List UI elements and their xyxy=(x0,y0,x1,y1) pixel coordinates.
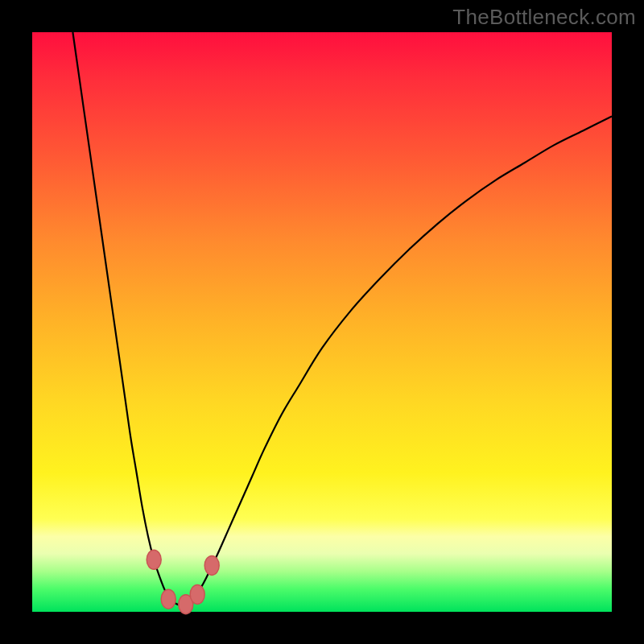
chart-frame: TheBottleneck.com xyxy=(0,0,644,644)
data-marker xyxy=(190,584,204,604)
data-marker xyxy=(161,589,175,609)
data-marker xyxy=(204,555,219,575)
watermark-text: TheBottleneck.com xyxy=(452,5,636,30)
marker-group xyxy=(147,550,219,613)
bottleneck-curve xyxy=(72,32,612,605)
chart-plot-area xyxy=(32,32,612,612)
data-marker xyxy=(147,550,161,569)
chart-svg xyxy=(32,32,612,612)
